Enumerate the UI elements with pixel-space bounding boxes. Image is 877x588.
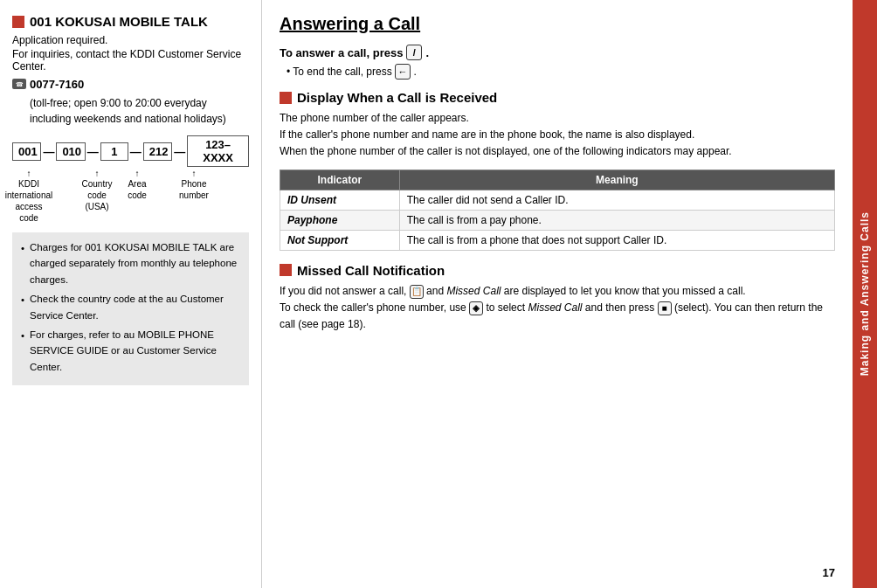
answer-instruction-text: To answer a call, press bbox=[280, 46, 403, 59]
indicator-table: Indicator Meaning ID Unsent The caller d… bbox=[280, 169, 835, 251]
bullet-dot-2: • bbox=[21, 292, 24, 308]
missed-body-2: and bbox=[426, 285, 446, 297]
missed-red-square bbox=[280, 264, 292, 276]
label-phone: ↑ Phone number bbox=[168, 169, 220, 224]
missed-body-4: to select bbox=[486, 301, 528, 314]
sidebar-tab-label: Making and Answering Calls bbox=[859, 211, 871, 376]
answer-period: . bbox=[425, 46, 429, 59]
label-country: ↑ Country code (USA) bbox=[79, 169, 115, 224]
page-number: 17 bbox=[823, 566, 835, 579]
display-heading: Display When a Call is Received bbox=[297, 90, 497, 105]
dial-dash-2: — bbox=[86, 145, 100, 158]
missed-section-title: Missed Call Notification bbox=[280, 263, 835, 278]
dial-code-4: 212 bbox=[143, 142, 172, 161]
missed-heading: Missed Call Notification bbox=[297, 263, 445, 278]
arrow-phone: ↑ bbox=[192, 169, 197, 178]
bullet-item-1: • Charges for 001 KOKUSAI MOBILE TALK ar… bbox=[21, 239, 240, 287]
main-content: 001 KOKUSAI MOBILE TALK Application requ… bbox=[0, 0, 877, 588]
missed-italic-1: Missed Call bbox=[446, 285, 501, 297]
table-meaning-3: The call is from a phone that does not s… bbox=[399, 230, 834, 250]
sidebar-tab: Making and Answering Calls bbox=[853, 0, 877, 588]
missed-italic-2: Missed Call bbox=[528, 301, 582, 314]
bullet-dot-3: • bbox=[21, 328, 24, 343]
section-title-bar: 001 KOKUSAI MOBILE TALK bbox=[12, 14, 249, 29]
bullet-item-2: • Check the country code at the au Custo… bbox=[21, 291, 240, 323]
table-row-1: ID Unsent The caller did not send a Call… bbox=[280, 190, 835, 210]
table-meaning-2: The call is from a pay phone. bbox=[399, 210, 834, 230]
missed-nav-icon: ◈ bbox=[469, 301, 483, 315]
display-section-title: Display When a Call is Received bbox=[280, 90, 835, 105]
dial-code-3: 1 bbox=[100, 142, 128, 161]
label-country-text: Country code (USA) bbox=[79, 178, 115, 212]
missed-icon-1: 📋 bbox=[410, 285, 424, 299]
dial-code-1: 001 bbox=[12, 142, 41, 161]
answer-instruction: To answer a call, press / . bbox=[280, 45, 835, 60]
right-column: Answering a Call To answer a call, press… bbox=[262, 0, 853, 588]
answering-title: Answering a Call bbox=[280, 14, 835, 34]
phone-number: 0077-7160 bbox=[30, 78, 84, 91]
missed-body-1: If you did not answer a call, bbox=[280, 285, 410, 297]
inquiry-text: For inquiries, contact the KDDI Customer… bbox=[12, 48, 249, 73]
table-row-2: Payphone The call is from a pay phone. bbox=[280, 210, 835, 230]
arrow-area: ↑ bbox=[135, 169, 140, 178]
app-required-text: Application required. bbox=[12, 34, 249, 46]
label-phone-text: Phone number bbox=[170, 178, 218, 201]
phone-icon: ☎ bbox=[12, 79, 26, 92]
right-wrapper: Answering a Call To answer a call, press… bbox=[262, 0, 853, 588]
answer-sub-line: • To end the call, press ← . bbox=[287, 64, 835, 80]
bullet-item-3: • For charges, refer to au MOBILE PHONE … bbox=[21, 327, 240, 375]
table-header-meaning: Meaning bbox=[399, 169, 834, 190]
left-column: 001 KOKUSAI MOBILE TALK Application requ… bbox=[0, 0, 262, 588]
display-body: The phone number of the caller appears.I… bbox=[280, 110, 835, 161]
arrow-kddi: ↑ bbox=[27, 169, 31, 178]
missed-body: If you did not answer a call, 📋 and Miss… bbox=[280, 283, 835, 334]
table-row-3: Not Support The call is from a phone tha… bbox=[280, 230, 835, 250]
arrow-country: ↑ bbox=[95, 169, 100, 178]
label-kddi: ↑ KDDI international access code bbox=[12, 169, 45, 224]
label-area-text: Area code bbox=[121, 178, 154, 201]
label-kddi-text: KDDI international access code bbox=[5, 178, 52, 224]
svg-text:☎: ☎ bbox=[16, 81, 24, 87]
bullet-text-1: Charges for 001 KOKUSAI MOBILE TALK are … bbox=[30, 239, 240, 287]
contact-line: ☎ 0077-7160 bbox=[12, 78, 249, 92]
end-key-icon: ← bbox=[395, 64, 411, 80]
bullet-text-3: For charges, refer to au MOBILE PHONE SE… bbox=[30, 327, 240, 375]
answer-key-icon: / bbox=[406, 45, 422, 60]
table-header-indicator: Indicator bbox=[280, 169, 400, 190]
end-call-text: • To end the call, press bbox=[287, 66, 392, 78]
bullet-dot-1: • bbox=[21, 240, 24, 256]
table-indicator-2: Payphone bbox=[280, 210, 400, 230]
table-indicator-3: Not Support bbox=[280, 230, 400, 250]
red-square-icon bbox=[12, 16, 24, 28]
toll-free-text: (toll-free; open 9:00 to 20:00 everyday … bbox=[30, 95, 249, 127]
dial-code-5: 123–XXXX bbox=[187, 135, 249, 167]
dial-dash-3: — bbox=[128, 145, 143, 158]
label-area: ↑ Area code bbox=[121, 169, 154, 224]
dial-dash-1: — bbox=[41, 145, 56, 158]
missed-body-5: and then press bbox=[585, 301, 658, 314]
bullet-text-2: Check the country code at the au Custome… bbox=[30, 291, 240, 323]
dial-code-2: 010 bbox=[56, 142, 85, 161]
bullet-box: • Charges for 001 KOKUSAI MOBILE TALK ar… bbox=[12, 232, 249, 385]
display-body-text: The phone number of the caller appears.I… bbox=[280, 112, 732, 157]
table-indicator-1: ID Unsent bbox=[280, 190, 400, 210]
end-period: . bbox=[413, 66, 416, 78]
dial-labels: ↑ KDDI international access code ↑ Count… bbox=[12, 169, 249, 224]
dial-dash-4: — bbox=[172, 145, 187, 158]
display-red-square bbox=[280, 92, 292, 104]
section-heading: 001 KOKUSAI MOBILE TALK bbox=[30, 14, 208, 29]
missed-select-icon: ■ bbox=[658, 301, 672, 315]
table-meaning-1: The caller did not send a Caller ID. bbox=[399, 190, 834, 210]
dial-diagram: 001 — 010 — 1 — 212 — 123–XXXX bbox=[12, 135, 249, 167]
